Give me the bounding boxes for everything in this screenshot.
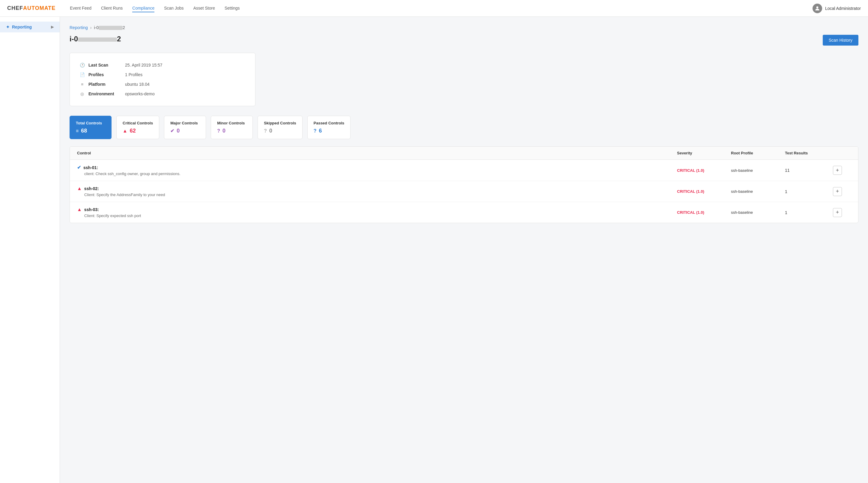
card-count-minor: 0 bbox=[222, 128, 225, 134]
expand-cell: + bbox=[833, 166, 851, 175]
controls-table: Control Severity Root Profile Test Resul… bbox=[69, 146, 859, 223]
severity-cell: CRITICAL (1.0) bbox=[677, 210, 731, 215]
card-title-skipped: Skipped Controls bbox=[264, 121, 296, 125]
expand-button[interactable]: + bbox=[833, 187, 842, 196]
control-card-critical[interactable]: Critical Controls ▲ 62 bbox=[116, 116, 159, 139]
card-count-critical: 62 bbox=[130, 128, 136, 134]
scan-history-button[interactable]: Scan History bbox=[823, 35, 859, 46]
card-icon-skipped: ? bbox=[264, 128, 267, 134]
card-value-minor: ? 0 bbox=[217, 128, 246, 134]
control-cell: ▲ ssh-02: Client: Specify the AddressFam… bbox=[77, 186, 677, 197]
control-card-total[interactable]: Total Controls ≡ 68 bbox=[69, 116, 112, 139]
control-card-passed[interactable]: Passed Controls ? 6 bbox=[307, 116, 351, 139]
expand-button[interactable]: + bbox=[833, 208, 842, 217]
platform-label: Platform bbox=[88, 82, 121, 87]
main-content: Reporting › i-0 2 i-0 2 Scan History 🕐 L… bbox=[60, 17, 868, 483]
card-icon-minor: ? bbox=[217, 128, 220, 134]
sidebar-item-reporting[interactable]: ✦ Reporting ▶ bbox=[0, 22, 60, 32]
platform-value: ubuntu 18.04 bbox=[125, 82, 150, 87]
card-title-minor: Minor Controls bbox=[217, 121, 246, 125]
app-logo: CHEFAUTOMATE bbox=[7, 5, 56, 11]
title-masked-id bbox=[78, 37, 117, 42]
card-title-passed: Passed Controls bbox=[314, 121, 344, 125]
col-expand bbox=[833, 151, 851, 155]
nav-settings[interactable]: Settings bbox=[224, 4, 240, 12]
last-scan-value: 25. April 2019 15:57 bbox=[125, 63, 162, 67]
clock-icon: 🕐 bbox=[80, 63, 85, 67]
card-count-skipped: 0 bbox=[269, 128, 272, 134]
username-label: Local Administrator bbox=[825, 6, 861, 11]
info-environment-row: ◎ Environment opsworks-demo bbox=[80, 89, 246, 99]
table-row: ✔ ssh-01: client: Check ssh_config owner… bbox=[70, 160, 858, 181]
severity-cell: CRITICAL (1.0) bbox=[677, 189, 731, 194]
card-icon-total: ≡ bbox=[76, 128, 79, 134]
card-value-skipped: ? 0 bbox=[264, 128, 296, 134]
card-title-major: Major Controls bbox=[170, 121, 200, 125]
info-profiles-row: 📄 Profiles 1 Profiles bbox=[80, 70, 246, 80]
svg-point-0 bbox=[816, 6, 818, 8]
last-scan-label: Last Scan bbox=[88, 63, 121, 67]
card-value-critical: ▲ 62 bbox=[123, 128, 153, 134]
card-value-passed: ? 6 bbox=[314, 128, 344, 134]
status-critical-icon: ▲ bbox=[77, 186, 82, 191]
environment-label: Environment bbox=[88, 91, 121, 96]
control-title: ✔ ssh-01: bbox=[77, 164, 677, 170]
test-count-cell: 1 bbox=[785, 210, 833, 215]
card-icon-passed: ? bbox=[314, 128, 317, 134]
profile-cell: ssh-baseline bbox=[731, 210, 785, 215]
table-header: Control Severity Root Profile Test Resul… bbox=[70, 147, 858, 160]
info-last-scan-row: 🕐 Last Scan 25. April 2019 15:57 bbox=[80, 60, 246, 70]
test-count-cell: 1 bbox=[785, 189, 833, 194]
severity-cell: CRITICAL (1.0) bbox=[677, 168, 731, 173]
control-card-minor[interactable]: Minor Controls ? 0 bbox=[211, 116, 253, 139]
nav-client-runs[interactable]: Client Runs bbox=[101, 4, 123, 12]
breadcrumb-reporting-link[interactable]: Reporting bbox=[69, 25, 88, 30]
sidebar: ✦ Reporting ▶ bbox=[0, 17, 60, 483]
card-title-total: Total Controls bbox=[76, 121, 105, 125]
page-title: i-0 2 bbox=[69, 35, 121, 43]
table-row: ▲ ssh-02: Client: Specify the AddressFam… bbox=[70, 181, 858, 202]
control-card-skipped[interactable]: Skipped Controls ? 0 bbox=[257, 116, 303, 139]
expand-cell: + bbox=[833, 208, 851, 217]
breadcrumb-masked-id bbox=[99, 26, 123, 30]
table-body: ✔ ssh-01: client: Check ssh_config owner… bbox=[70, 160, 858, 223]
reporting-icon: ✦ bbox=[6, 25, 9, 29]
breadcrumb-separator: › bbox=[90, 25, 92, 30]
col-severity: Severity bbox=[677, 151, 731, 155]
card-value-major: ✔ 0 bbox=[170, 128, 200, 134]
expand-button[interactable]: + bbox=[833, 166, 842, 175]
environment-icon: ◎ bbox=[80, 91, 85, 96]
status-critical-icon: ▲ bbox=[77, 207, 82, 212]
control-card-major[interactable]: Major Controls ✔ 0 bbox=[164, 116, 206, 139]
environment-value: opsworks-demo bbox=[125, 91, 155, 96]
card-count-major: 0 bbox=[177, 128, 180, 134]
control-description: client: Check ssh_config owner, group an… bbox=[84, 172, 677, 176]
profile-cell: ssh-baseline bbox=[731, 189, 785, 194]
nav-compliance[interactable]: Compliance bbox=[132, 4, 154, 12]
control-title: ▲ ssh-02: bbox=[77, 186, 677, 191]
control-cell: ✔ ssh-01: client: Check ssh_config owner… bbox=[77, 164, 677, 176]
expand-cell: + bbox=[833, 187, 851, 196]
top-navigation: CHEFAUTOMATE Event Feed Client Runs Comp… bbox=[0, 0, 868, 17]
card-value-total: ≡ 68 bbox=[76, 128, 105, 134]
profile-cell: ssh-baseline bbox=[731, 168, 785, 173]
test-count-cell: 11 bbox=[785, 168, 833, 173]
chevron-right-icon: ▶ bbox=[51, 25, 54, 29]
nav-asset-store[interactable]: Asset Store bbox=[193, 4, 215, 12]
nav-event-feed[interactable]: Event Feed bbox=[70, 4, 91, 12]
col-control: Control bbox=[77, 151, 677, 155]
table-row: ▲ ssh-03: Client: Specify expected ssh p… bbox=[70, 202, 858, 223]
profiles-label: Profiles bbox=[88, 72, 121, 77]
platform-icon: ≡ bbox=[80, 82, 85, 87]
card-icon-major: ✔ bbox=[170, 128, 174, 134]
control-description: Client: Specify the AddressFamily to you… bbox=[84, 192, 677, 197]
nav-scan-jobs[interactable]: Scan Jobs bbox=[164, 4, 184, 12]
card-count-passed: 6 bbox=[319, 128, 322, 134]
control-description: Client: Specify expected ssh port bbox=[84, 213, 677, 218]
profiles-value: 1 Profiles bbox=[125, 72, 143, 77]
info-platform-row: ≡ Platform ubuntu 18.04 bbox=[80, 80, 246, 89]
profiles-icon: 📄 bbox=[80, 72, 85, 77]
logo-chef: CHEF bbox=[7, 5, 23, 11]
col-test-results: Test Results bbox=[785, 151, 833, 155]
nav-user: Local Administrator bbox=[812, 4, 861, 13]
